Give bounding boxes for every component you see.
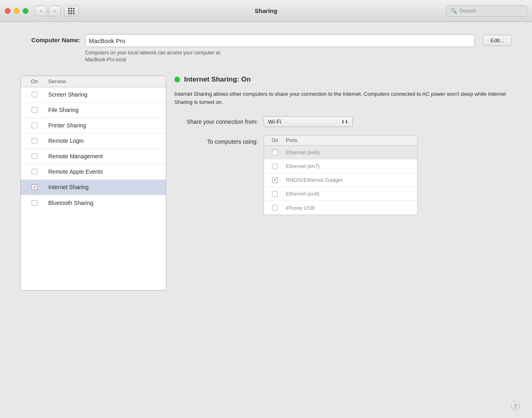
computers-using-label: To computers using: [174, 138, 264, 145]
back-button[interactable]: ‹ [35, 6, 47, 16]
ports-table: On Ports Ethernet (en6) Ethernet (en7) [264, 135, 418, 215]
connection-from-row: Share your connection from: Wi-Fi ⬆⬇ [174, 116, 512, 127]
service-item-bluetooth-sharing[interactable]: Bluetooth Sharing [21, 195, 166, 211]
computer-name-section: Computer Name: Edit... Computers on your… [20, 34, 512, 63]
service-label-screen-sharing: Screen Sharing [48, 91, 166, 98]
service-label-internet-sharing: Internet Sharing [48, 184, 166, 190]
checkbox-remote-management[interactable] [32, 153, 37, 159]
service-item-remote-management[interactable]: Remote Management [21, 149, 166, 164]
service-description: Internet Sharing allows other computers … [174, 90, 512, 107]
nav-buttons: ‹ › [35, 6, 61, 16]
traffic-lights [5, 8, 28, 14]
minimize-button[interactable] [14, 8, 19, 14]
service-label-printer-sharing: Printer Sharing [48, 122, 166, 129]
service-list-container: On Service Screen Sharing File Sharing P… [20, 75, 166, 291]
service-label-remote-login: Remote Login [48, 138, 166, 144]
port-item-iphone-usb[interactable]: iPhone USB [264, 201, 417, 215]
ports-header: On Ports [264, 136, 417, 146]
close-button[interactable] [5, 8, 11, 14]
help-button[interactable]: ? [511, 401, 520, 410]
checkbox-eth-en8[interactable] [272, 191, 278, 197]
service-list-header: On Service [21, 76, 166, 87]
checkbox-eth-en6[interactable] [272, 150, 278, 155]
checkbox-printer-sharing[interactable] [32, 123, 37, 128]
computer-name-label: Computer Name: [20, 37, 85, 43]
checkbox-rndis[interactable] [272, 177, 278, 183]
computers-using-row: To computers using: On Ports Ethernet (e… [174, 135, 512, 215]
header-service: Service [48, 78, 166, 84]
checkbox-remote-login[interactable] [32, 138, 37, 144]
window-title: Sharing [255, 7, 277, 14]
connection-from-dropdown[interactable]: Wi-Fi ⬆⬇ [264, 116, 353, 127]
dropdown-arrow-icon: ⬆⬇ [341, 119, 348, 125]
port-item-eth-en7[interactable]: Ethernet (en7) [264, 159, 417, 173]
grid-icon [68, 8, 75, 14]
checkbox-bluetooth-sharing[interactable] [32, 200, 37, 206]
port-item-eth-en8[interactable]: Ethernet (en8) [264, 187, 417, 201]
checkbox-internet-sharing[interactable] [32, 184, 37, 190]
service-label-remote-management: Remote Management [48, 153, 166, 159]
service-item-printer-sharing[interactable]: Printer Sharing [21, 118, 166, 134]
maximize-button[interactable] [23, 8, 28, 14]
ports-header-ports: Ports [286, 138, 417, 143]
service-item-internet-sharing[interactable]: Internet Sharing [21, 180, 166, 195]
service-item-file-sharing[interactable]: File Sharing [21, 103, 166, 118]
search-icon: 🔍 [450, 8, 457, 14]
status-dot [174, 77, 180, 82]
checkbox-screen-sharing[interactable] [32, 92, 37, 97]
port-label-eth-en8: Ethernet (en8) [286, 191, 417, 197]
forward-button[interactable]: › [49, 6, 61, 16]
port-label-rndis: RNDIS/Ethernet Gadget [286, 177, 417, 183]
computer-name-sub: Computers on your local network can acce… [85, 50, 512, 63]
service-item-remote-login[interactable]: Remote Login [21, 134, 166, 149]
checkbox-eth-en7[interactable] [272, 164, 278, 169]
edit-button[interactable]: Edit... [483, 35, 512, 46]
grid-button[interactable] [64, 6, 79, 16]
checkbox-file-sharing[interactable] [32, 107, 37, 113]
search-box[interactable]: 🔍 Search [446, 5, 527, 17]
connection-from-label: Share your connection from: [174, 119, 264, 125]
title-bar: ‹ › Sharing 🔍 Search [0, 0, 532, 22]
service-title: Internet Sharing: On [184, 75, 251, 84]
service-label-bluetooth-sharing: Bluetooth Sharing [48, 200, 166, 206]
port-item-eth-en6[interactable]: Ethernet (en6) [264, 146, 417, 159]
ports-header-on: On [264, 138, 286, 143]
computer-name-right: Edit... Computers on your local network … [85, 34, 512, 63]
service-item-remote-apple-events[interactable]: Remote Apple Events [21, 164, 166, 180]
checkbox-iphone-usb[interactable] [272, 205, 278, 211]
port-item-rndis[interactable]: RNDIS/Ethernet Gadget [264, 173, 417, 187]
port-label-eth-en7: Ethernet (en7) [286, 163, 417, 169]
service-title-row: Internet Sharing: On [174, 75, 512, 84]
service-label-file-sharing: File Sharing [48, 107, 166, 113]
main-content: Computer Name: Edit... Computers on your… [0, 22, 532, 303]
computer-name-input[interactable] [85, 34, 475, 47]
service-item-screen-sharing[interactable]: Screen Sharing [21, 87, 166, 103]
checkbox-remote-apple-events[interactable] [32, 169, 37, 175]
port-label-iphone-usb: iPhone USB [286, 205, 417, 211]
right-panel: Internet Sharing: On Internet Sharing al… [174, 75, 512, 291]
port-label-eth-en6: Ethernet (en6) [286, 149, 417, 155]
service-label-remote-apple-events: Remote Apple Events [48, 168, 166, 175]
header-on: On [21, 78, 48, 84]
connection-from-value: Wi-Fi [268, 119, 281, 125]
services-section: On Service Screen Sharing File Sharing P… [20, 75, 512, 291]
search-placeholder: Search [459, 8, 476, 14]
